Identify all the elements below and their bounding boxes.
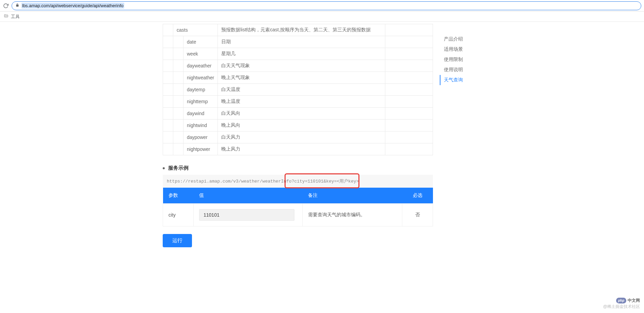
table-row: nightweather晚上天气现象 <box>163 72 433 84</box>
param-required: 否 <box>402 204 433 226</box>
indent-cell <box>173 72 183 84</box>
indent-cell <box>163 36 173 48</box>
folder-icon[interactable] <box>3 14 9 19</box>
empty-cell <box>385 96 433 108</box>
table-row: daytemp白天温度 <box>163 84 433 96</box>
table-row: week星期几 <box>163 48 433 60</box>
run-button[interactable]: 运行 <box>163 234 192 247</box>
indent-cell <box>173 143 183 155</box>
field-desc: 晚上风力 <box>218 143 385 155</box>
field-name: date <box>183 36 218 48</box>
main-content: casts预报数据list结构，元素cast,按顺序为当天、第二天、第三天的预报… <box>163 24 433 247</box>
code-rest: //restapi.amap.com/v3/weather/weatherInf… <box>183 179 359 184</box>
empty-cell <box>385 84 433 96</box>
indent-cell <box>163 143 173 155</box>
param-remark: 需要查询天气的城市编码。 <box>303 204 402 226</box>
field-name: daytemp <box>183 84 218 96</box>
indent-cell <box>173 36 183 48</box>
indent-cell <box>163 84 173 96</box>
param-value-cell <box>194 204 303 226</box>
toc-item[interactable]: 产品介绍 <box>440 34 467 44</box>
indent-cell <box>163 108 173 120</box>
param-name: city <box>163 204 194 226</box>
empty-cell <box>385 143 433 155</box>
indent-cell <box>173 108 183 120</box>
indent-cell <box>173 131 183 143</box>
col-value: 值 <box>194 188 303 204</box>
address-bar[interactable]: lbs.amap.com/api/webservice/guide/api/we… <box>12 1 641 10</box>
field-desc: 白天风力 <box>218 131 385 143</box>
indent-cell <box>163 24 173 36</box>
field-name: nighttemp <box>183 96 218 108</box>
table-row: dayweather白天天气现象 <box>163 60 433 72</box>
empty-cell <box>385 24 433 36</box>
browser-toolbar: lbs.amap.com/api/webservice/guide/api/we… <box>0 0 644 12</box>
col-required: 必选 <box>402 188 433 204</box>
service-example-heading: 服务示例 <box>163 165 433 171</box>
indent-cell <box>163 120 173 131</box>
col-param: 参数 <box>163 188 194 204</box>
field-name: daypower <box>183 131 218 143</box>
field-desc: 星期几 <box>218 48 385 60</box>
field-desc: 白天风向 <box>218 108 385 120</box>
indent-cell <box>173 84 183 96</box>
indent-cell <box>163 60 173 72</box>
bookmarks-bar: 工具 <box>0 12 644 22</box>
field-name: week <box>183 48 218 60</box>
indent-cell <box>173 48 183 60</box>
reload-icon[interactable] <box>3 3 9 9</box>
page-toc: 产品介绍适用场景使用限制使用说明天气查询 <box>440 34 467 85</box>
toc-item[interactable]: 天气查询 <box>440 75 467 85</box>
empty-cell <box>385 120 433 131</box>
table-row: nighttemp晚上温度 <box>163 96 433 108</box>
table-row: nightwind晚上风向 <box>163 120 433 131</box>
url-text: lbs.amap.com/api/webservice/guide/api/we… <box>21 3 124 9</box>
field-desc: 晚上天气现象 <box>218 72 385 84</box>
indent-cell <box>163 96 173 108</box>
table-header-row: 参数 值 备注 必选 <box>163 188 433 204</box>
empty-cell <box>385 48 433 60</box>
indent-cell <box>173 96 183 108</box>
indent-cell <box>163 48 173 60</box>
toc-item[interactable]: 适用场景 <box>440 44 467 54</box>
example-url-code: https://restapi.amap.com/v3/weather/weat… <box>163 175 433 188</box>
empty-cell <box>385 108 433 120</box>
bullet-icon <box>163 167 165 169</box>
field-desc: 日期 <box>218 36 385 48</box>
field-name: casts <box>173 24 218 36</box>
field-name: daywind <box>183 108 218 120</box>
indent-cell <box>173 120 183 131</box>
params-table: 参数 值 备注 必选 city需要查询天气的城市编码。否 <box>163 188 433 226</box>
field-desc: 白天温度 <box>218 84 385 96</box>
param-value-input[interactable] <box>199 209 294 221</box>
lock-icon <box>15 3 19 8</box>
col-remark: 备注 <box>303 188 402 204</box>
table-row: city需要查询天气的城市编码。否 <box>163 204 433 226</box>
field-desc: 晚上温度 <box>218 96 385 108</box>
indent-cell <box>163 131 173 143</box>
indent-cell <box>173 60 183 72</box>
field-name: dayweather <box>183 60 218 72</box>
field-name: nightweather <box>183 72 218 84</box>
bookmark-folder-label[interactable]: 工具 <box>11 14 20 20</box>
empty-cell <box>385 72 433 84</box>
code-scheme: https: <box>167 179 183 184</box>
indent-cell <box>163 72 173 84</box>
table-row: date日期 <box>163 36 433 48</box>
empty-cell <box>385 36 433 48</box>
empty-cell <box>385 60 433 72</box>
field-name: nightwind <box>183 120 218 131</box>
table-row: daypower白天风力 <box>163 131 433 143</box>
empty-cell <box>385 131 433 143</box>
field-desc: 白天天气现象 <box>218 60 385 72</box>
section-title-text: 服务示例 <box>168 165 189 171</box>
field-desc: 晚上风向 <box>218 120 385 131</box>
table-row: daywind白天风向 <box>163 108 433 120</box>
field-desc: 预报数据list结构，元素cast,按顺序为当天、第二天、第三天的预报数据 <box>218 24 385 36</box>
field-name: nightpower <box>183 143 218 155</box>
toc-item[interactable]: 使用限制 <box>440 54 467 65</box>
toc-item[interactable]: 使用说明 <box>440 65 467 75</box>
table-row: casts预报数据list结构，元素cast,按顺序为当天、第二天、第三天的预报… <box>163 24 433 36</box>
api-fields-table: casts预报数据list结构，元素cast,按顺序为当天、第二天、第三天的预报… <box>163 24 433 155</box>
table-row: nightpower晚上风力 <box>163 143 433 155</box>
